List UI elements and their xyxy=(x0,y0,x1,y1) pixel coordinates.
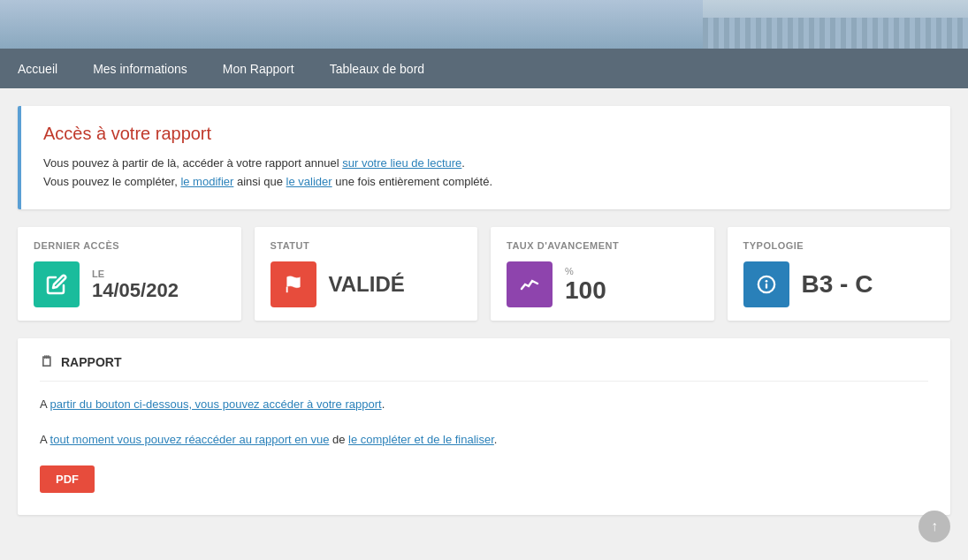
stat-typologie-label: TYPOLOGIE xyxy=(743,240,935,251)
acces-line1-end: . xyxy=(461,156,465,170)
stats-row: DERNIER ACCÈS LE 14/05/202 STATUT xyxy=(18,227,950,321)
acces-title: Accès à votre rapport xyxy=(43,124,928,144)
stat-taux-label: TAUX D'AVANCEMENT xyxy=(507,240,698,251)
document-icon: 🗒 xyxy=(40,354,54,370)
stat-dernier-acces-values: LE 14/05/202 xyxy=(92,269,179,300)
rapport-line2: A tout moment vous pouvez réaccéder au r… xyxy=(40,430,928,450)
nav-mon-rapport[interactable]: Mon Rapport xyxy=(223,57,294,80)
building-illustration xyxy=(703,0,968,49)
acces-line2-end: une fois entièrement complété. xyxy=(332,175,492,188)
stat-statut-value: VALIDÉ xyxy=(329,274,405,295)
rapport-line2-link1[interactable]: tout moment vous pouvez réaccéder au rap… xyxy=(50,433,330,446)
stat-statut: STATUT VALIDÉ xyxy=(255,227,478,321)
stat-dernier-acces-sub: LE xyxy=(92,269,179,279)
rapport-card: 🗒 RAPPORT A partir du bouton ci-dessous,… xyxy=(18,338,950,515)
pdf-button[interactable]: PDF xyxy=(40,465,95,493)
rapport-line2-end: . xyxy=(494,433,498,446)
rapport-line2-plain1: A xyxy=(40,433,50,446)
acces-line2-link1[interactable]: le modifier xyxy=(180,175,233,188)
rapport-line1-end: . xyxy=(382,397,385,411)
rapport-line1: A partir du bouton ci-dessous, vous pouv… xyxy=(40,395,928,414)
stat-typologie: TYPOLOGIE B3 - C xyxy=(728,227,951,321)
acces-card: Accès à votre rapport Vous pouvez à part… xyxy=(18,106,950,209)
acces-line1: Vous pouvez à partir de là, accéder à vo… xyxy=(43,155,928,173)
header-banner xyxy=(0,0,968,49)
rapport-line1-link[interactable]: partir du bouton ci-dessous, vous pouvez… xyxy=(50,397,382,411)
main-nav: Accueil Mes informations Mon Rapport Tab… xyxy=(0,49,968,88)
stat-taux-body: % 100 xyxy=(507,261,698,307)
stat-taux: TAUX D'AVANCEMENT % 100 xyxy=(491,227,714,321)
scroll-top-button[interactable]: ↑ xyxy=(918,511,950,542)
stat-typologie-body: B3 - C xyxy=(743,261,935,307)
stat-taux-values: % 100 xyxy=(565,266,606,303)
rapport-title-text: RAPPORT xyxy=(61,355,121,369)
stat-dernier-acces-value: 14/05/202 xyxy=(92,281,179,300)
rapport-title-row: 🗒 RAPPORT xyxy=(40,354,928,382)
nav-accueil[interactable]: Accueil xyxy=(18,57,57,80)
info-icon xyxy=(743,261,789,307)
edit-icon xyxy=(34,261,80,307)
acces-line1-link[interactable]: sur votre lieu de lecture xyxy=(342,156,461,170)
acces-line2-plain1: Vous pouvez le compléter, xyxy=(43,175,180,188)
main-content: Accès à votre rapport Vous pouvez à part… xyxy=(0,88,968,533)
stat-statut-values: VALIDÉ xyxy=(329,274,405,295)
stat-taux-value: 100 xyxy=(565,278,606,303)
acces-line2-plain2: ainsi que xyxy=(233,175,286,188)
stat-dernier-acces-label: DERNIER ACCÈS xyxy=(34,240,225,251)
stat-typologie-value: B3 - C xyxy=(802,272,873,297)
nav-tableaux-de-bord[interactable]: Tableaux de bord xyxy=(330,57,424,80)
stat-statut-body: VALIDÉ xyxy=(271,261,462,307)
acces-line2-link2[interactable]: le valider xyxy=(286,175,332,188)
stat-taux-sub: % xyxy=(565,266,606,276)
chart-icon xyxy=(507,261,553,307)
acces-line2: Vous pouvez le compléter, le modifier ai… xyxy=(43,173,928,192)
flag-icon xyxy=(271,261,316,307)
rapport-line2-link2[interactable]: le compléter et de le finaliser xyxy=(348,433,494,446)
rapport-line2-plain2: de xyxy=(329,433,348,446)
rapport-line1-plain1: A xyxy=(40,397,50,411)
acces-line1-plain: Vous pouvez à partir de là, accéder à vo… xyxy=(43,156,342,170)
scroll-top-icon: ↑ xyxy=(931,518,938,534)
nav-mes-informations[interactable]: Mes informations xyxy=(93,57,187,80)
stat-typologie-values: B3 - C xyxy=(802,272,873,297)
stat-dernier-acces-body: LE 14/05/202 xyxy=(34,261,225,307)
stat-dernier-acces: DERNIER ACCÈS LE 14/05/202 xyxy=(18,227,241,321)
stat-statut-label: STATUT xyxy=(271,240,462,251)
